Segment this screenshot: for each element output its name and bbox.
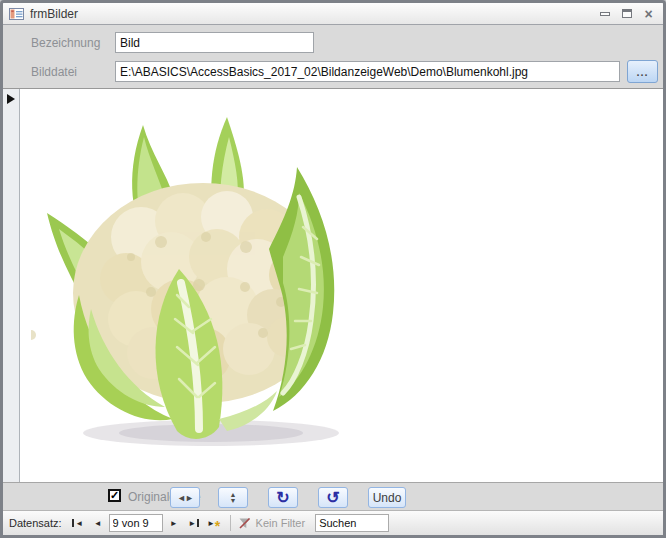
- record-position-box[interactable]: [109, 514, 163, 532]
- original-size-checkbox[interactable]: ✓: [108, 489, 121, 502]
- window-title: frmBilder: [30, 7, 592, 21]
- arrow-right-icon: ►: [185, 493, 193, 503]
- filter-status[interactable]: Kein Filter: [238, 517, 306, 530]
- rotate-clockwise-icon: ↻: [276, 488, 289, 507]
- title-bar: frmBilder ×: [3, 3, 663, 25]
- bezeichnung-field[interactable]: [115, 32, 314, 53]
- last-record-bar-icon: [197, 519, 199, 527]
- arrow-down-icon: ▼: [230, 498, 237, 504]
- record-selector-bar[interactable]: [3, 89, 20, 482]
- next-record-icon: ►: [170, 519, 178, 528]
- form-footer-section: ✓ Originalgröße ◄► ▲ ▼ ↻ ↺ Undo: [3, 482, 663, 510]
- restore-icon[interactable]: [620, 7, 633, 20]
- no-filter-icon: [238, 517, 252, 530]
- resize-vertical-button[interactable]: ▲ ▼: [218, 487, 248, 508]
- bilddatei-label: Bilddatei: [31, 65, 77, 79]
- frmbilder-window: frmBilder × Bezeichnung Bilddatei ...: [0, 0, 666, 538]
- bezeichnung-label: Bezeichnung: [31, 36, 100, 50]
- detail-section: [3, 89, 663, 482]
- first-record-icon: ◄: [75, 519, 83, 528]
- browse-button[interactable]: ...: [627, 60, 658, 83]
- record-navigation-bar: Datensatz: ◄ ◄ ► ► ►* Kein Filter: [3, 510, 663, 535]
- new-record-star-icon: *: [215, 522, 220, 530]
- previous-record-button[interactable]: ◄: [89, 514, 107, 532]
- minimize-icon[interactable]: [598, 7, 611, 20]
- new-record-button[interactable]: ►*: [205, 514, 223, 532]
- resize-horizontal-button[interactable]: ◄►: [170, 487, 200, 508]
- navbar-separator: [230, 515, 231, 531]
- next-record-button[interactable]: ►: [165, 514, 183, 532]
- new-record-arrow-icon: ►: [207, 519, 215, 528]
- first-record-bar-icon: [72, 519, 74, 527]
- last-record-button[interactable]: ►: [185, 514, 203, 532]
- datensatz-label: Datensatz:: [9, 517, 62, 529]
- bilddatei-field[interactable]: [115, 61, 620, 82]
- rotate-clockwise-button[interactable]: ↻: [268, 487, 298, 508]
- close-icon[interactable]: ×: [642, 7, 655, 20]
- window-controls: ×: [598, 7, 655, 20]
- previous-record-icon: ◄: [94, 519, 102, 528]
- form-header-section: Bezeichnung Bilddatei ...: [3, 25, 663, 89]
- arrow-left-icon: ◄: [177, 493, 185, 503]
- search-input[interactable]: [315, 514, 389, 532]
- last-record-icon: ►: [188, 519, 196, 528]
- cauliflower-photo: [31, 97, 381, 459]
- filter-label: Kein Filter: [256, 517, 306, 529]
- undo-button[interactable]: Undo: [368, 487, 406, 508]
- rotate-counterclockwise-button[interactable]: ↺: [318, 487, 348, 508]
- form-icon: [9, 8, 24, 20]
- first-record-button[interactable]: ◄: [69, 514, 87, 532]
- rotate-counterclockwise-icon: ↺: [326, 488, 339, 507]
- current-record-arrow-icon: [7, 94, 15, 104]
